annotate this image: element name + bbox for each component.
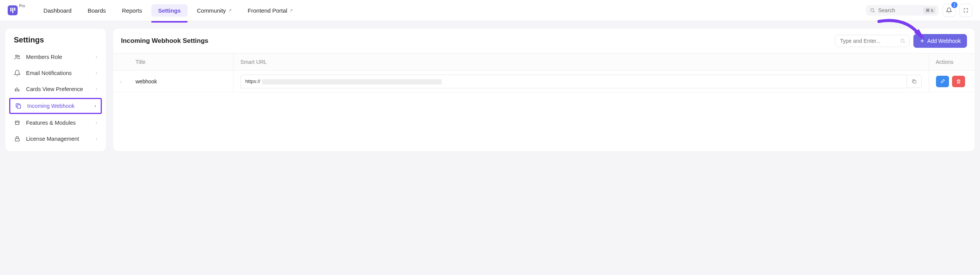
webhooks-table: Title Smart URL Actions › webhook https:… bbox=[113, 54, 975, 93]
add-webhook-button-label: Add Webhook bbox=[927, 38, 961, 44]
brand-logo bbox=[8, 5, 18, 15]
svg-rect-5 bbox=[15, 89, 16, 92]
sidebar-item-incoming-webhook[interactable]: Incoming Webhook › bbox=[9, 98, 102, 114]
plus-icon bbox=[920, 38, 925, 44]
row-title: webhook bbox=[129, 71, 233, 93]
page-title: Incoming Webhook Settings bbox=[121, 37, 208, 45]
main-nav: Dashboard Boards Reports Settings Commun… bbox=[37, 4, 300, 17]
col-actions: Actions bbox=[929, 54, 975, 71]
sidebar-item-license[interactable]: License Management › bbox=[5, 131, 106, 147]
chevron-right-icon: › bbox=[95, 103, 96, 109]
notification-count-badge: 2 bbox=[951, 2, 957, 8]
svg-rect-6 bbox=[17, 88, 18, 92]
chevron-right-icon: › bbox=[96, 136, 97, 142]
modules-icon bbox=[14, 119, 21, 126]
row-expand-toggle[interactable]: › bbox=[120, 79, 122, 85]
add-webhook-button[interactable]: Add Webhook bbox=[913, 34, 967, 48]
sidebar-item-features-modules[interactable]: Features & Modules › bbox=[5, 115, 106, 131]
col-expand bbox=[113, 54, 129, 71]
svg-rect-9 bbox=[15, 138, 20, 141]
chevron-right-icon: › bbox=[96, 54, 97, 60]
search-icon bbox=[900, 38, 905, 44]
svg-rect-7 bbox=[18, 89, 19, 91]
sidebar-item-email-notifications[interactable]: Email Notifications › bbox=[5, 65, 106, 81]
lock-icon bbox=[14, 135, 21, 142]
delete-webhook-button[interactable] bbox=[952, 76, 965, 87]
nav-settings[interactable]: Settings bbox=[151, 4, 188, 17]
filter-input[interactable] bbox=[840, 38, 896, 44]
col-url: Smart URL bbox=[233, 54, 929, 71]
svg-rect-8 bbox=[17, 105, 21, 108]
webhook-url-field[interactable]: https:// bbox=[240, 75, 906, 88]
top-navbar: Pro Dashboard Boards Reports Settings Co… bbox=[0, 0, 980, 21]
svg-point-3 bbox=[16, 55, 18, 57]
filter-box[interactable] bbox=[835, 35, 910, 47]
main-area: Settings Members Role › Email Notificati… bbox=[0, 21, 980, 159]
sidebar-item-label: Incoming Webhook bbox=[27, 103, 75, 109]
sidebar-item-label: Cards View Preference bbox=[26, 86, 83, 92]
settings-sidebar: Settings Members Role › Email Notificati… bbox=[5, 29, 106, 151]
nav-dashboard[interactable]: Dashboard bbox=[37, 4, 78, 17]
nav-boards[interactable]: Boards bbox=[81, 4, 113, 17]
search-icon bbox=[870, 8, 875, 13]
url-masked bbox=[262, 79, 442, 85]
bars-icon bbox=[14, 86, 21, 93]
col-title: Title bbox=[129, 54, 233, 71]
global-search[interactable]: ⌘ k bbox=[866, 5, 939, 16]
brand[interactable]: Pro bbox=[8, 5, 25, 15]
bell-icon bbox=[14, 70, 21, 76]
svg-line-11 bbox=[904, 42, 905, 43]
sidebar-item-label: Email Notifications bbox=[26, 70, 72, 76]
nav-community[interactable]: Community↗ bbox=[190, 4, 238, 17]
sidebar-title: Settings bbox=[5, 36, 106, 49]
top-right-controls: ⌘ k 2 bbox=[866, 4, 972, 17]
nav-reports[interactable]: Reports bbox=[115, 4, 149, 17]
edit-webhook-button[interactable] bbox=[936, 76, 949, 87]
sidebar-item-cards-view[interactable]: Cards View Preference › bbox=[5, 81, 106, 97]
copy-url-button[interactable] bbox=[906, 75, 922, 88]
copy-icon bbox=[15, 103, 22, 109]
chevron-right-icon: › bbox=[96, 70, 97, 76]
fullscreen-button[interactable] bbox=[959, 4, 972, 17]
sidebar-item-label: License Management bbox=[26, 136, 79, 142]
users-icon bbox=[14, 54, 21, 60]
content-panel: Incoming Webhook Settings Add Webhook Ti… bbox=[113, 29, 975, 151]
svg-point-10 bbox=[901, 39, 904, 42]
chevron-right-icon: › bbox=[96, 86, 97, 92]
content-header: Incoming Webhook Settings Add Webhook bbox=[113, 29, 975, 54]
svg-rect-14 bbox=[913, 80, 916, 83]
table-row: › webhook https:// bbox=[113, 71, 975, 93]
nav-frontend-portal[interactable]: Frontend Portal↗ bbox=[241, 4, 300, 17]
svg-line-1 bbox=[874, 11, 875, 13]
pro-badge: Pro bbox=[19, 4, 25, 8]
svg-point-0 bbox=[871, 8, 874, 11]
sidebar-item-label: Features & Modules bbox=[26, 120, 76, 126]
external-link-icon: ↗ bbox=[228, 8, 232, 13]
notifications-button[interactable]: 2 bbox=[942, 4, 956, 17]
svg-point-4 bbox=[18, 55, 20, 57]
chevron-right-icon: › bbox=[96, 120, 97, 125]
sidebar-item-label: Members Role bbox=[26, 54, 62, 60]
external-link-icon: ↗ bbox=[289, 8, 293, 13]
search-kbd-hint: ⌘ k bbox=[923, 7, 936, 14]
sidebar-item-members-role[interactable]: Members Role › bbox=[5, 49, 106, 65]
url-prefix: https:// bbox=[245, 78, 260, 84]
